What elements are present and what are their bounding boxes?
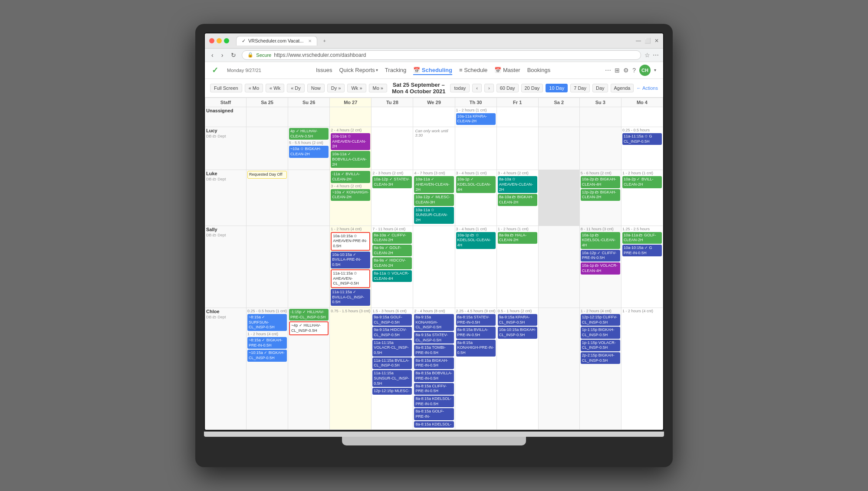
next-month-button[interactable]: Mo » [369, 84, 387, 92]
bookmark-star-icon[interactable]: ☆ [644, 52, 650, 59]
list-item[interactable]: 10a-10:15a ✩ AHEAVEN-PRE-IN-0.5H [331, 232, 370, 251]
list-item[interactable]: ~4p ✓ HILLHAV-CL_INSP-0.5H [289, 321, 329, 335]
cell-chloe-mo4[interactable]: 1 - 2 hours (4 cnt) [621, 308, 663, 429]
cell-lucy-we29[interactable]: Can only work until 3:30 [413, 127, 455, 170]
list-item[interactable]: 8a-8:15a CLIFFV-PRE-IN-0.5H [414, 383, 454, 395]
cell-unassigned-fr1[interactable] [496, 107, 538, 127]
list-item[interactable]: 12p-2p 🗁 BIGKAH-CLEAN-2H [581, 189, 620, 201]
list-item[interactable]: 10a-11a KPARA-CLEAN-2H [456, 113, 496, 125]
list-item[interactable]: 9a-9:15a GOLF-CL_INSP-0.5H [372, 314, 412, 326]
cell-sally-mo4[interactable]: 1.25 - 2.5 hours 10a-11a 🗁 GOLF-CLEAN-2H… [621, 226, 663, 308]
list-item[interactable]: 8a-9:15a KONAHIGH-CL_INSP-0.5H [414, 314, 454, 331]
list-item[interactable]: 10a-2p 🗁 BIGKAH-CLEAN-4H [581, 176, 620, 188]
cell-sally-tu28[interactable]: 7 - 11 hours (4 cnt) 8a-10a ✓ CLIFFV-CLE… [372, 226, 413, 308]
more-options-button[interactable]: ⋯ [605, 67, 611, 74]
cell-unassigned-su3[interactable] [579, 107, 621, 127]
list-item[interactable]: 10a-1p 🗁 ✩ KDELSOL-CLEAN-4H [456, 232, 496, 249]
list-item[interactable]: 11a-11:15a VOLACR-CL_INSP-0.5H [372, 340, 412, 357]
day-view-button[interactable]: Day [592, 84, 608, 92]
maximize-button[interactable] [224, 38, 229, 43]
forward-button[interactable]: › [219, 51, 226, 59]
fullscreen-button[interactable]: Full Screen [210, 84, 242, 92]
today-button[interactable]: today [450, 84, 470, 92]
grid-view-button[interactable]: ⊞ [615, 67, 620, 74]
list-item[interactable]: Requested Day Off [247, 171, 287, 179]
list-item[interactable]: 10a-10:15a ✓ G PRE-IN-0.5H [622, 245, 662, 256]
cell-sally-th30[interactable]: 3 - 4 hours (1 cnt) 10a-1p 🗁 ✩ KDELSOL-C… [455, 226, 496, 308]
list-item[interactable]: 1p-1:15p VOLACR-CL_INSP-0.5H [581, 340, 620, 351]
cell-lucy-mo4[interactable]: 0.25 - 0.5 hours 11a-11:15a ✩ G CL_INSP-… [621, 127, 663, 170]
10day-view-button[interactable]: 10 Day [546, 84, 568, 92]
next-week-button[interactable]: Wk » [347, 84, 366, 92]
actions-link[interactable]: ← Actions [636, 85, 658, 91]
list-item[interactable]: 8a-8:15a BVILLA-PRE-IN-0.5H [456, 327, 496, 338]
cell-lucy-th30[interactable] [455, 127, 496, 170]
cell-chloe-th30[interactable]: 2.25 - 4.5 hours (9 cnt) 8a-8:15a STATEV… [455, 308, 496, 429]
list-item[interactable]: 10a-11a ✩ SUNSUR-CLEAN-2H [414, 207, 454, 224]
cell-unassigned-th30[interactable]: 1 - 2 hours (1 cnt) 10a-11a KPARA-CLEAN-… [455, 107, 496, 127]
list-item[interactable]: 10a-11a 🗁 GOLF-CLEAN-2H [622, 232, 662, 244]
cell-luke-sa2[interactable] [538, 170, 579, 226]
user-avatar[interactable]: CH [639, 65, 651, 76]
nav-schedule[interactable]: ≡ Schedule [459, 65, 487, 75]
address-bar[interactable]: 🔒 Secure https://www.vrscheduler.com/das… [242, 50, 641, 60]
list-item[interactable]: 10a-10:15a BIGKAH-CL_INSP-0.5H [498, 327, 537, 338]
next-day-button[interactable]: Dy » [327, 84, 345, 92]
cell-sally-su3[interactable]: 8 - 11 hours (3 cnt) 10a-1p 🗁 KDELSOL-CL… [579, 226, 621, 308]
list-item[interactable]: 9a-9:15a KPARA-CL_INSP-0.5H [498, 314, 537, 326]
list-item[interactable]: -11a ✓ BVILLA-CLEAN-2H [331, 171, 370, 183]
tab-close-icon[interactable]: ✕ [308, 39, 312, 43]
back-button[interactable]: ‹ [209, 51, 216, 59]
minimize-icon[interactable]: — [636, 38, 641, 44]
cell-luke-tu28[interactable]: 2 - 3 hours (2 cnt) 10a-12p ✓ STATEV-CLE… [372, 170, 413, 226]
user-dropdown-icon[interactable]: ▾ [654, 68, 656, 72]
cell-sally-mo27[interactable]: 1 - 2 hours (4 cnt) 10a-10:15a ✩ AHEAVEN… [330, 226, 372, 308]
list-item[interactable]: 10a-12p ✓ MLESC-CLEAN-3H [414, 194, 454, 206]
cell-luke-su26[interactable] [288, 170, 330, 226]
list-item[interactable]: 11a-11:15a SUNSUR-CL_INSP-0.5H [372, 370, 412, 387]
cell-chloe-sa25[interactable]: 0.25 - 0.5 hours (1 cnt) ~8:15a ✓ SURFSU… [247, 308, 288, 429]
close-button[interactable] [209, 38, 214, 43]
20day-view-button[interactable]: 20 Day [521, 84, 543, 92]
list-item[interactable]: 8a-8:15a GOLF-PRE-IN- [414, 408, 454, 420]
nav-master[interactable]: 📅 Master [494, 65, 520, 75]
list-item[interactable]: 10a-1p 🗁 KDELSOL-CLEAN-4H [581, 232, 620, 249]
list-item[interactable]: 4p ✓ HILLHAV-CLEAN-3.5H [289, 128, 329, 140]
list-item[interactable]: 2p-2:15p BIGKAH-CL_INSP-0.5H [581, 352, 620, 364]
list-item[interactable]: 8a-11a ✩ VOLACR-CLEAN-4H [372, 270, 412, 282]
list-item[interactable]: 12p-12:15p MLESC- [372, 388, 412, 395]
cell-sally-sa25[interactable] [247, 226, 288, 308]
cell-lucy-sa25[interactable] [247, 127, 288, 170]
list-item[interactable]: 8a-8:15a KDELSOL- [414, 421, 454, 428]
cell-unassigned-mo4[interactable] [621, 107, 663, 127]
cell-unassigned-su26[interactable] [288, 107, 330, 127]
list-item[interactable]: 8a-10a 🗁 BIGKAH-CLEAN-2H [498, 194, 537, 206]
extensions-icon[interactable]: ⋯ [653, 52, 659, 59]
prev-day-button[interactable]: « Dy [287, 84, 305, 92]
cell-lucy-sa2[interactable] [538, 127, 579, 170]
cell-chloe-tu28[interactable]: 1.5 - 3 hours (6 cnt) 9a-9:15a GOLF-CL_I… [372, 308, 413, 429]
list-item[interactable]: 12p-12:15p CLIFFV-CL_INSP-0.5H [581, 314, 620, 326]
list-item[interactable]: 10a-1p ✓ KDELSOL-CLEAN-4H [456, 176, 496, 193]
cell-lucy-mo27[interactable]: 2 - 4 hours (2 cnt) 10a-11a ✩ AHEAVEN-CL… [330, 127, 372, 170]
cell-chloe-su3[interactable]: 1 - 2 hours (4 cnt) 12p-12:15p CLIFFV-CL… [579, 308, 621, 429]
next-nav-button[interactable]: › [484, 84, 494, 92]
list-item[interactable]: -1:15p ✓ HILLHAV-PRE-CL_INSP-0.5H [289, 309, 329, 321]
list-item[interactable]: 10a-11a ✓ BOBVILLA-CLEAN-2H [331, 151, 370, 168]
list-item[interactable]: 1p-1:15p BIGKAH-CL_INSP-0.5H [581, 327, 620, 338]
cell-unassigned-sa2[interactable] [538, 107, 579, 127]
nav-scheduling[interactable]: 📅 Scheduling [413, 65, 452, 75]
cell-unassigned-mo27[interactable] [330, 107, 372, 127]
list-item[interactable]: 8a-8:15a KDELSOL-PRE-IN-0.5H [414, 396, 454, 407]
list-item[interactable]: 8a-9:15a STATEV-CL_INSP-0.5H [414, 332, 454, 344]
list-item[interactable]: ~8:15a ✓ BIGKAH-PRE-IN-0.5H [247, 337, 287, 349]
cell-chloe-fr1[interactable]: 0.5 - 1 hours (2 cnt) 9a-9:15a KPARA-CL_… [496, 308, 538, 429]
cell-luke-we29[interactable]: 4 - 7 hours (3 cnt) 10a-11a ✓ AHEAVEN-CL… [413, 170, 455, 226]
nav-bookings[interactable]: Bookings [527, 65, 550, 75]
now-button[interactable]: Now [307, 84, 325, 92]
list-item[interactable]: ~8:15a ✓ SURFSUN-CL_INSP-0.5H [247, 314, 287, 331]
minimize-button[interactable] [217, 38, 222, 43]
new-tab-button[interactable]: + [319, 36, 330, 45]
cell-lucy-fr1[interactable] [496, 127, 538, 170]
60day-view-button[interactable]: 60 Day [496, 84, 519, 92]
